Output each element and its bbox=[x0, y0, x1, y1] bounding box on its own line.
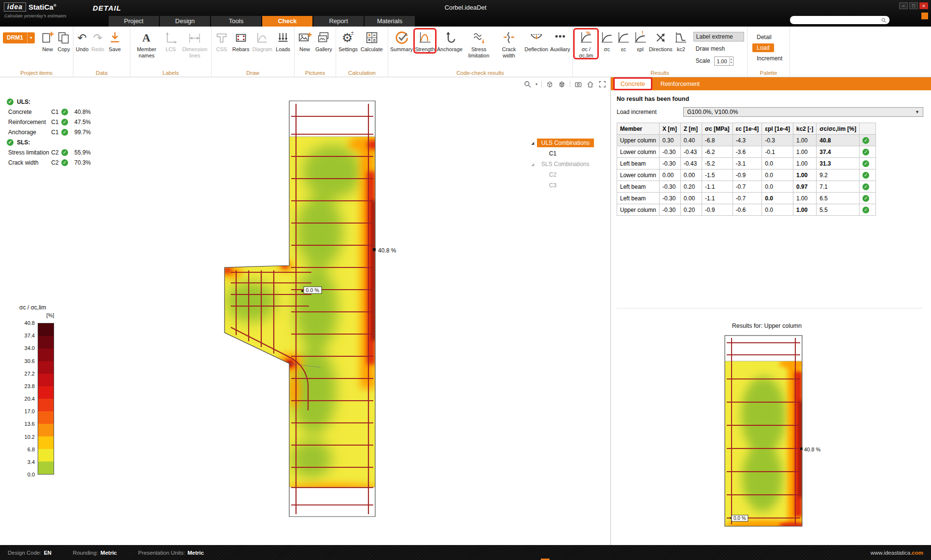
minimize-button[interactable]: – bbox=[899, 2, 908, 9]
results-tab-reinforcement[interactable]: Reinforcement bbox=[653, 77, 707, 90]
ribbon-button-label: σc bbox=[604, 46, 610, 53]
tree-item-c3[interactable]: C3 bbox=[530, 180, 610, 191]
ribbon-button-auxiliary[interactable]: Auxiliary bbox=[549, 28, 571, 53]
ribbon-button-stress-limitation[interactable]: Stress limitation bbox=[464, 28, 494, 59]
palette-increment[interactable]: Increment bbox=[752, 54, 787, 63]
website-link[interactable]: www.ideastatica.com bbox=[871, 550, 923, 556]
result-pass-icon: ✓ bbox=[862, 137, 869, 144]
result-status-cell: ✓ bbox=[860, 193, 876, 204]
max-stress-label: 40.8 % bbox=[373, 247, 396, 254]
result-row[interactable]: Left beam-0.30-0.43-5.2-3.10.01.0031.3✓ bbox=[617, 158, 876, 169]
ribbon-button-gallery[interactable]: Gallery bbox=[314, 28, 334, 53]
result-pass-icon: ✓ bbox=[862, 160, 869, 167]
ribbon-button-new[interactable]: New bbox=[296, 28, 314, 53]
chevron-down-icon[interactable]: ▾ bbox=[27, 32, 35, 43]
tab-tools[interactable]: Tools bbox=[211, 16, 261, 27]
expander-icon[interactable]: ◢ bbox=[531, 162, 537, 167]
stress-plot[interactable]: 40.8 % 0.0 % bbox=[0, 77, 610, 545]
ribbon-button-loads[interactable]: Loads bbox=[274, 28, 292, 53]
load-increment-value: G100.0%, V100.0% bbox=[687, 109, 738, 115]
result-cell: 0.00 bbox=[659, 169, 680, 181]
tab-check[interactable]: Check bbox=[262, 16, 312, 27]
redo-icon: ↷ bbox=[93, 29, 102, 46]
ribbon-button-pl[interactable]: !εpl bbox=[632, 28, 649, 53]
results-for-label: Results for: Upper column bbox=[692, 322, 842, 329]
ribbon-button-new[interactable]: New bbox=[40, 28, 56, 53]
project-item-selector[interactable]: DRM1▾ bbox=[3, 32, 35, 43]
option-draw-mesh[interactable]: Draw mesh bbox=[693, 44, 744, 54]
column-header: X [m] bbox=[659, 123, 680, 135]
result-cell: 0.40 bbox=[680, 135, 702, 146]
scale-input[interactable]: 1.00▴▾ bbox=[714, 56, 734, 66]
picture-new-icon bbox=[297, 29, 312, 46]
result-cell: -0.1 bbox=[762, 146, 793, 158]
ribbon-button-c-c-lim[interactable]: %σc / σc,lim bbox=[574, 28, 598, 59]
maximize-button[interactable]: □ bbox=[909, 2, 918, 9]
result-cell: 1.00 bbox=[793, 146, 817, 158]
ribbon-button-calculate[interactable]: Calculate bbox=[359, 28, 384, 53]
tree-item-c1[interactable]: C1 bbox=[530, 148, 610, 159]
ribbon-group-label: Draw bbox=[212, 70, 294, 76]
svg-text:A: A bbox=[142, 31, 150, 44]
ribbon-group-data: ↶Undo↷RedoSaveData bbox=[73, 27, 130, 77]
column-header: εc [1e-4] bbox=[733, 123, 762, 135]
ribbon-button-member-names[interactable]: AMember names bbox=[131, 28, 162, 59]
tree-item-sls-combinations[interactable]: ◢SLS Combinations bbox=[530, 159, 610, 169]
ribbon-button-undo[interactable]: ↶Undo bbox=[74, 28, 90, 53]
ribbon-button-c[interactable]: εc bbox=[615, 28, 632, 53]
result-row[interactable]: Lower column0.000.00-1.5-0.90.01.009.2✓ bbox=[617, 169, 876, 181]
close-button[interactable]: × bbox=[919, 2, 928, 9]
option-label-extreme[interactable]: Label extreme bbox=[693, 32, 744, 42]
plain-concrete-top bbox=[289, 101, 375, 137]
ribbon-button-settings[interactable]: ⚙±Settings bbox=[337, 28, 359, 53]
load-increment-dropdown[interactable]: G100.0%, V100.0% ▼ bbox=[683, 107, 923, 117]
tab-design[interactable]: Design bbox=[160, 16, 210, 27]
ribbon-group-label: Labels bbox=[130, 70, 211, 76]
svg-text:0.0 %: 0.0 % bbox=[306, 287, 319, 293]
result-cell: -0.6 bbox=[733, 204, 762, 216]
result-cell: Lower column bbox=[617, 169, 660, 181]
crack-width-icon bbox=[501, 29, 517, 46]
results-tab-concrete[interactable]: Concrete bbox=[614, 78, 652, 90]
result-cell: 0.0 bbox=[762, 158, 793, 169]
result-cell: 1.00 bbox=[793, 158, 817, 169]
ribbon-button-crack-width[interactable]: Crack width bbox=[494, 28, 523, 59]
result-cell: 0.20 bbox=[680, 204, 702, 216]
result-row[interactable]: Upper column-0.300.20-0.9-0.60.01.005.5✓ bbox=[617, 204, 876, 216]
tab-report[interactable]: Report bbox=[313, 16, 364, 27]
tree-item-uls-combinations[interactable]: ◢ULS Combinations bbox=[530, 138, 610, 148]
member-stress-plot[interactable]: 40.8 % 0.0 % bbox=[721, 333, 825, 531]
ribbon-button-kc2[interactable]: kc2 bbox=[673, 28, 690, 53]
search-input[interactable] bbox=[790, 16, 889, 24]
palette-detail[interactable]: Detail bbox=[752, 33, 776, 42]
result-cell: -0.30 bbox=[659, 204, 680, 216]
ribbon-button-directions[interactable]: Directions bbox=[649, 28, 673, 53]
ribbon-button-label: Loads bbox=[276, 46, 290, 53]
ribbon-button-copy[interactable]: Copy bbox=[56, 28, 72, 53]
column-header: kc2 [-] bbox=[793, 123, 817, 135]
feedback-button[interactable] bbox=[921, 13, 928, 19]
result-row[interactable]: Left beam-0.300.00-1.1-0.70.01.006.5✓ bbox=[617, 193, 876, 204]
ribbon-button-c[interactable]: σc bbox=[598, 28, 615, 53]
ribbon-button-summary[interactable]: Summary bbox=[389, 28, 414, 53]
tab-materials[interactable]: Materials bbox=[365, 16, 415, 27]
status-item: Design Code:EN bbox=[8, 550, 52, 556]
result-row[interactable]: Left beam-0.300.20-1.1-0.70.00.977.1✓ bbox=[617, 181, 876, 193]
ribbon-button-strength[interactable]: Strength bbox=[414, 28, 436, 53]
expander-icon[interactable]: ◢ bbox=[531, 141, 537, 145]
result-row[interactable]: Upper column0.300.40-6.8-4.3-0.31.0040.8… bbox=[617, 135, 876, 146]
palette-load[interactable]: Load bbox=[752, 43, 774, 52]
ribbon-button-deflection[interactable]: Deflection bbox=[523, 28, 549, 53]
ribbon-button-save[interactable]: Save bbox=[106, 28, 124, 53]
ribbon-button-redo: ↷Redo bbox=[90, 28, 105, 53]
result-row[interactable]: Lower column-0.30-0.43-6.2-3.6-0.11.0037… bbox=[617, 146, 876, 158]
ribbon-button-anchorage[interactable]: Anchorage bbox=[436, 28, 464, 53]
svg-text:0.0 %: 0.0 % bbox=[734, 516, 746, 521]
tab-project[interactable]: Project bbox=[109, 16, 159, 27]
ribbon-button-css: CSS bbox=[212, 28, 231, 53]
ribbon-button-rebars[interactable]: Rebars bbox=[231, 28, 251, 53]
ribbon-button-label: New bbox=[42, 46, 53, 53]
tree-item-c2[interactable]: C2 bbox=[530, 169, 610, 180]
option-scale[interactable]: Scale1.00▴▾ bbox=[693, 56, 744, 66]
spinner-arrows-icon[interactable]: ▴▾ bbox=[729, 57, 733, 65]
